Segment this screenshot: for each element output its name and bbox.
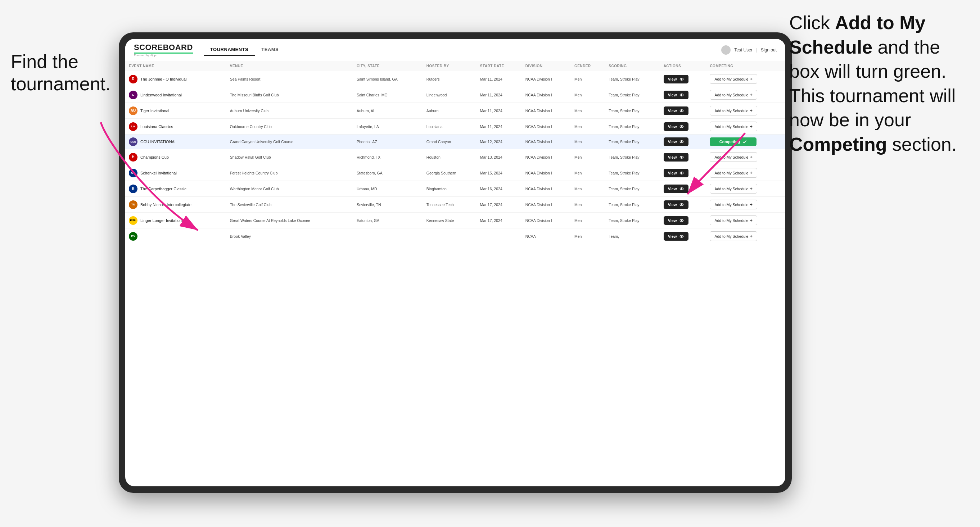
start-date-cell: Mar 11, 2024 [477, 103, 522, 119]
annotation-left: Find the tournament. [11, 50, 111, 95]
start-date-cell [477, 229, 522, 244]
city-state-cell: Richmond, TX [353, 149, 423, 165]
venue-cell: Forest Heights Country Club [226, 165, 353, 181]
scoring-cell: Team, Stroke Play [605, 181, 660, 197]
table-row: AU Tiger Invitational Auburn University … [125, 103, 785, 119]
city-state-cell: Lafayette, LA [353, 119, 423, 135]
arrow-left [79, 101, 223, 244]
header-right: Test User | Sign out [721, 45, 777, 55]
competing-cell: Add to My Schedule + [706, 229, 785, 244]
sign-out-link[interactable]: Sign out [761, 48, 777, 52]
col-city-state: CITY, STATE [353, 61, 423, 71]
gender-cell: Men [571, 71, 605, 87]
gender-cell: Men [571, 135, 605, 149]
plus-icon: + [750, 76, 752, 82]
view-button[interactable]: View [663, 106, 689, 115]
start-date-cell: Mar 16, 2024 [477, 181, 522, 197]
start-date-cell: Mar 15, 2024 [477, 165, 522, 181]
start-date-cell: Mar 17, 2024 [477, 213, 522, 229]
venue-cell: Auburn University Club [226, 103, 353, 119]
plus-icon: + [750, 233, 752, 239]
scoring-cell: Team, Stroke Play [605, 87, 660, 103]
view-button[interactable]: View [663, 75, 689, 83]
team-logo: L [129, 90, 137, 99]
hosted-by-cell: Lindenwood [423, 87, 477, 103]
view-button[interactable]: View [663, 90, 689, 99]
add-schedule-label: Add to My Schedule [714, 109, 748, 113]
scoring-cell: Team, Stroke Play [605, 71, 660, 87]
plus-icon: + [750, 108, 752, 113]
eye-icon [679, 108, 684, 113]
hosted-by-cell: Auburn [423, 103, 477, 119]
arrow-right [659, 122, 767, 230]
table-row: BV Brook ValleyNCAAMenTeam, View Add to … [125, 229, 785, 244]
division-cell: NCAA Division I [522, 181, 571, 197]
division-cell: NCAA Division I [522, 71, 571, 87]
venue-cell: Brook Valley [226, 229, 353, 244]
col-gender: GENDER [571, 61, 605, 71]
competing-cell: Add to My Schedule + [706, 71, 785, 87]
eye-icon [679, 92, 684, 97]
tab-teams[interactable]: TEAMS [255, 44, 285, 56]
scoring-cell: Team, Stroke Play [605, 165, 660, 181]
actions-cell: View [660, 103, 706, 119]
col-event-name: EVENT NAME [125, 61, 226, 71]
scoring-cell: Team, Stroke Play [605, 119, 660, 135]
col-competing: COMPETING [706, 61, 785, 71]
svg-point-5 [681, 110, 682, 111]
division-cell: NCAA Division I [522, 213, 571, 229]
scoring-cell: Team, Stroke Play [605, 213, 660, 229]
logo-area: SCOREBOARD Powered by clippd [134, 43, 193, 57]
nav-tabs: TOURNAMENTS TEAMS [204, 44, 285, 56]
venue-cell: Great Waters Course At Reynolds Lake Oco… [226, 213, 353, 229]
hosted-by-cell [423, 229, 477, 244]
city-state-cell [353, 229, 423, 244]
user-avatar [721, 45, 730, 55]
plus-icon: + [750, 92, 752, 97]
add-to-schedule-button[interactable]: Add to My Schedule + [710, 90, 757, 100]
add-to-schedule-button[interactable]: Add to My Schedule + [710, 74, 757, 84]
city-state-cell: Urbana, MD [353, 181, 423, 197]
eye-icon [679, 77, 684, 82]
col-scoring: SCORING [605, 61, 660, 71]
gender-cell: Men [571, 197, 605, 213]
division-cell: NCAA Division I [522, 119, 571, 135]
venue-cell: Grand Canyon University Golf Course [226, 135, 353, 149]
add-to-schedule-button[interactable]: Add to My Schedule + [710, 231, 757, 241]
start-date-cell: Mar 12, 2024 [477, 135, 522, 149]
hosted-by-cell: Louisiana [423, 119, 477, 135]
gender-cell: Men [571, 149, 605, 165]
svg-point-1 [681, 78, 682, 79]
division-cell: NCAA [522, 229, 571, 244]
venue-cell: The Missouri Bluffs Golf Club [226, 87, 353, 103]
hosted-by-cell: Rutgers [423, 71, 477, 87]
hosted-by-cell: Binghamton [423, 181, 477, 197]
annotation-right: Click Add to My Schedule and the box wil… [789, 11, 969, 157]
gender-cell: Men [571, 229, 605, 244]
add-to-schedule-button[interactable]: Add to My Schedule + [710, 106, 757, 116]
event-name-text: The Johnnie - O Individual [140, 77, 186, 81]
division-cell: NCAA Division I [522, 149, 571, 165]
add-schedule-label: Add to My Schedule [714, 93, 748, 97]
start-date-cell: Mar 11, 2024 [477, 119, 522, 135]
scoring-cell: Team, Stroke Play [605, 149, 660, 165]
division-cell: NCAA Division I [522, 87, 571, 103]
gender-cell: Men [571, 213, 605, 229]
hosted-by-cell: Houston [423, 149, 477, 165]
pipe-divider: | [756, 48, 757, 52]
event-name-cell: R The Johnnie - O Individual [125, 71, 226, 87]
division-cell: NCAA Division I [522, 165, 571, 181]
city-state-cell: Sevierville, TN [353, 197, 423, 213]
gender-cell: Men [571, 119, 605, 135]
city-state-cell: Statesboro, GA [353, 165, 423, 181]
col-actions: ACTIONS [660, 61, 706, 71]
view-button[interactable]: View [663, 232, 689, 241]
logo-text: SCOREBOARD [134, 43, 193, 52]
table-row: L Lindenwood Invitational The Missouri B… [125, 87, 785, 103]
tab-tournaments[interactable]: TOURNAMENTS [204, 44, 255, 56]
division-cell: NCAA Division I [522, 103, 571, 119]
competing-cell: Add to My Schedule + [706, 103, 785, 119]
table-header-row: EVENT NAME VENUE CITY, STATE HOSTED BY S… [125, 61, 785, 71]
scoring-cell: Team, [605, 229, 660, 244]
division-cell: NCAA Division I [522, 135, 571, 149]
